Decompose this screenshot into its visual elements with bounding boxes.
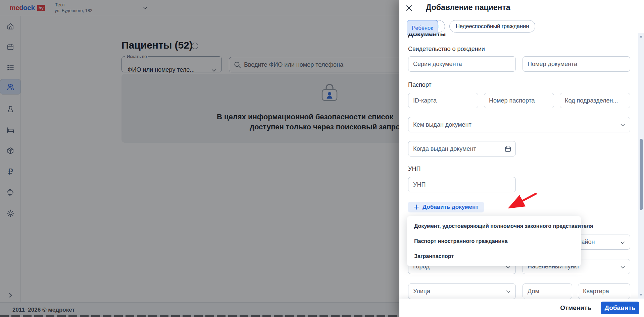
house-input[interactable] (523, 283, 572, 299)
issued-by-select[interactable]: Кем выдан документ (408, 117, 630, 132)
patient-type-tabs: Взрослый Ребёнок Недееспособный граждани… (407, 20, 535, 33)
scrollbar-down-arrow[interactable] (640, 294, 642, 296)
document-series-input[interactable] (408, 56, 516, 72)
modal-scrollbar (638, 33, 644, 299)
document-number-input[interactable] (523, 56, 630, 72)
cancel-button[interactable]: Отменить (560, 304, 591, 312)
modal-footer: Отменить Добавить (399, 299, 644, 317)
menu-item-foreign-passport[interactable]: Паспорт иностранного гражданина (407, 234, 581, 249)
menu-item-legal-representative-document[interactable]: Документ, удостоверяющий полномочия зако… (407, 218, 581, 234)
plus-icon (413, 204, 419, 210)
unp-label: УНП (408, 166, 420, 173)
street-select[interactable]: Улица (408, 283, 516, 299)
unp-input[interactable] (408, 177, 516, 192)
chevron-down-icon (505, 289, 511, 295)
id-card-input[interactable] (408, 93, 478, 108)
menu-item-international-passport[interactable]: Загранпаспорт (407, 249, 581, 264)
tab-incapacitated[interactable]: Недееспособный гражданин (449, 20, 536, 33)
passport-number-input[interactable] (484, 93, 554, 108)
chevron-down-icon (620, 264, 626, 270)
apartment-input[interactable] (578, 283, 630, 299)
street-value: Улица (413, 288, 430, 295)
add-document-button[interactable]: Добавить документ (408, 202, 484, 212)
issued-by-value: Кем выдан документ (413, 121, 472, 128)
submit-button[interactable]: Добавить (601, 302, 639, 314)
add-document-label: Добавить документ (423, 204, 479, 210)
annotation-arrow (502, 190, 542, 212)
division-code-input[interactable] (560, 93, 630, 108)
documents-section-heading: Документы (408, 34, 446, 38)
issued-date-input[interactable] (408, 141, 516, 156)
add-patient-modal: Добавление пациента Взрослый Ребёнок Нед… (399, 0, 644, 317)
chevron-down-icon (620, 122, 626, 128)
calendar-icon[interactable] (504, 145, 511, 152)
chevron-down-icon (620, 240, 626, 246)
modal-scroll-area: Документы Свидетельство о рождении Паспо… (399, 34, 638, 299)
modal-title: Добавление пациента (426, 3, 510, 12)
scrollbar-up-arrow[interactable] (640, 35, 642, 38)
close-button[interactable] (405, 4, 414, 12)
passport-label: Паспорт (408, 81, 432, 88)
document-type-menu: Документ, удостоверяющий полномочия зако… (407, 216, 581, 266)
close-icon (405, 4, 413, 12)
birth-certificate-label: Свидетельство о рождении (408, 46, 485, 53)
scrollbar-thumb[interactable] (640, 139, 643, 210)
